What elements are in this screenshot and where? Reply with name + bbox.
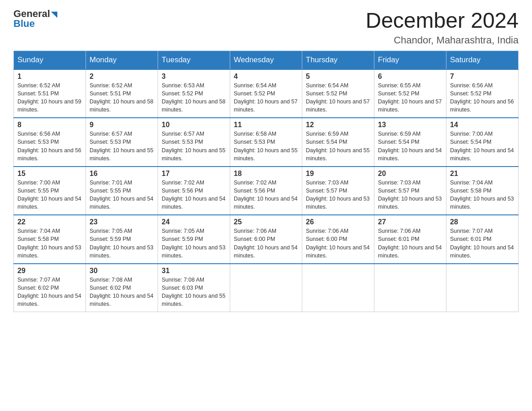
calendar-cell: 4Sunrise: 6:54 AMSunset: 5:52 PMDaylight… bbox=[230, 69, 302, 118]
page-header: General Blue December 2024 Chandor, Maha… bbox=[13, 9, 519, 46]
calendar-cell: 3Sunrise: 6:53 AMSunset: 5:52 PMDaylight… bbox=[158, 69, 230, 118]
header-day-tuesday: Tuesday bbox=[158, 51, 230, 69]
calendar-cell: 13Sunrise: 6:59 AMSunset: 5:54 PMDayligh… bbox=[374, 118, 446, 167]
calendar-cell bbox=[374, 264, 446, 312]
calendar-cell: 1Sunrise: 6:52 AMSunset: 5:51 PMDaylight… bbox=[14, 69, 86, 118]
calendar-cell bbox=[302, 264, 374, 312]
header-day-friday: Friday bbox=[374, 51, 446, 69]
calendar-cell: 31Sunrise: 7:08 AMSunset: 6:03 PMDayligh… bbox=[158, 264, 230, 312]
day-info: Sunrise: 7:05 AMSunset: 5:59 PMDaylight:… bbox=[90, 228, 153, 258]
calendar-cell: 20Sunrise: 7:03 AMSunset: 5:57 PMDayligh… bbox=[374, 167, 446, 215]
day-number: 3 bbox=[162, 73, 226, 81]
day-number: 29 bbox=[17, 267, 82, 275]
day-info: Sunrise: 6:52 AMSunset: 5:51 PMDaylight:… bbox=[90, 82, 153, 113]
logo: General Blue bbox=[13, 9, 57, 29]
day-number: 12 bbox=[306, 121, 370, 129]
day-number: 4 bbox=[234, 73, 298, 81]
day-number: 14 bbox=[450, 121, 515, 129]
day-number: 25 bbox=[234, 218, 298, 226]
calendar-cell: 9Sunrise: 6:57 AMSunset: 5:53 PMDaylight… bbox=[86, 118, 158, 167]
header-row: SundayMondayTuesdayWednesdayThursdayFrid… bbox=[14, 51, 519, 69]
calendar-cell: 8Sunrise: 6:56 AMSunset: 5:53 PMDaylight… bbox=[14, 118, 86, 167]
day-info: Sunrise: 7:07 AMSunset: 6:02 PMDaylight:… bbox=[17, 277, 81, 307]
day-number: 18 bbox=[234, 170, 298, 178]
day-info: Sunrise: 6:58 AMSunset: 5:53 PMDaylight:… bbox=[234, 131, 297, 161]
header-day-thursday: Thursday bbox=[302, 51, 374, 69]
day-number: 17 bbox=[162, 170, 226, 178]
day-number: 15 bbox=[17, 170, 82, 178]
day-info: Sunrise: 7:04 AMSunset: 5:58 PMDaylight:… bbox=[450, 180, 514, 210]
day-info: Sunrise: 7:06 AMSunset: 6:00 PMDaylight:… bbox=[306, 228, 369, 258]
day-info: Sunrise: 7:04 AMSunset: 5:58 PMDaylight:… bbox=[17, 228, 81, 258]
calendar-table: SundayMondayTuesdayWednesdayThursdayFrid… bbox=[13, 51, 519, 313]
day-number: 9 bbox=[90, 121, 154, 129]
calendar-cell: 2Sunrise: 6:52 AMSunset: 5:51 PMDaylight… bbox=[86, 69, 158, 118]
calendar-cell: 22Sunrise: 7:04 AMSunset: 5:58 PMDayligh… bbox=[14, 215, 86, 264]
calendar-cell: 7Sunrise: 6:56 AMSunset: 5:52 PMDaylight… bbox=[446, 69, 519, 118]
calendar-cell: 28Sunrise: 7:07 AMSunset: 6:01 PMDayligh… bbox=[446, 215, 519, 264]
calendar-cell: 17Sunrise: 7:02 AMSunset: 5:56 PMDayligh… bbox=[158, 167, 230, 215]
calendar-cell: 29Sunrise: 7:07 AMSunset: 6:02 PMDayligh… bbox=[14, 264, 86, 312]
calendar-cell: 11Sunrise: 6:58 AMSunset: 5:53 PMDayligh… bbox=[230, 118, 302, 167]
day-info: Sunrise: 7:00 AMSunset: 5:55 PMDaylight:… bbox=[17, 180, 81, 210]
calendar-cell: 25Sunrise: 7:06 AMSunset: 6:00 PMDayligh… bbox=[230, 215, 302, 264]
day-info: Sunrise: 7:03 AMSunset: 5:57 PMDaylight:… bbox=[378, 180, 442, 210]
title-block: December 2024 Chandor, Maharashtra, Indi… bbox=[365, 9, 519, 46]
day-number: 2 bbox=[90, 73, 154, 81]
day-number: 20 bbox=[378, 170, 442, 178]
calendar-cell: 26Sunrise: 7:06 AMSunset: 6:00 PMDayligh… bbox=[302, 215, 374, 264]
day-info: Sunrise: 7:00 AMSunset: 5:54 PMDaylight:… bbox=[450, 131, 514, 161]
header-day-sunday: Sunday bbox=[14, 51, 86, 69]
day-number: 21 bbox=[450, 170, 515, 178]
logo-arrow-icon bbox=[51, 12, 57, 18]
day-info: Sunrise: 7:05 AMSunset: 5:59 PMDaylight:… bbox=[162, 228, 225, 258]
day-number: 16 bbox=[90, 170, 154, 178]
day-number: 8 bbox=[17, 121, 82, 129]
day-info: Sunrise: 7:08 AMSunset: 6:03 PMDaylight:… bbox=[162, 277, 225, 307]
calendar-cell: 12Sunrise: 6:59 AMSunset: 5:54 PMDayligh… bbox=[302, 118, 374, 167]
calendar-cell: 15Sunrise: 7:00 AMSunset: 5:55 PMDayligh… bbox=[14, 167, 86, 215]
day-number: 28 bbox=[450, 218, 515, 226]
day-number: 24 bbox=[162, 218, 226, 226]
week-row-3: 15Sunrise: 7:00 AMSunset: 5:55 PMDayligh… bbox=[14, 167, 519, 215]
day-number: 31 bbox=[162, 267, 226, 275]
day-info: Sunrise: 6:52 AMSunset: 5:51 PMDaylight:… bbox=[17, 82, 81, 113]
day-info: Sunrise: 7:02 AMSunset: 5:56 PMDaylight:… bbox=[162, 180, 225, 210]
calendar-cell: 19Sunrise: 7:03 AMSunset: 5:57 PMDayligh… bbox=[302, 167, 374, 215]
day-info: Sunrise: 7:06 AMSunset: 6:00 PMDaylight:… bbox=[234, 228, 297, 258]
day-number: 23 bbox=[90, 218, 154, 226]
day-number: 22 bbox=[17, 218, 82, 226]
day-info: Sunrise: 6:59 AMSunset: 5:54 PMDaylight:… bbox=[306, 131, 369, 161]
calendar-title: December 2024 bbox=[365, 9, 519, 33]
day-info: Sunrise: 6:57 AMSunset: 5:53 PMDaylight:… bbox=[162, 131, 225, 161]
calendar-subtitle: Chandor, Maharashtra, India bbox=[365, 34, 519, 46]
day-info: Sunrise: 7:07 AMSunset: 6:01 PMDaylight:… bbox=[450, 228, 514, 258]
calendar-cell: 10Sunrise: 6:57 AMSunset: 5:53 PMDayligh… bbox=[158, 118, 230, 167]
day-number: 11 bbox=[234, 121, 298, 129]
day-number: 6 bbox=[378, 73, 442, 81]
calendar-cell: 14Sunrise: 7:00 AMSunset: 5:54 PMDayligh… bbox=[446, 118, 519, 167]
header-day-wednesday: Wednesday bbox=[230, 51, 302, 69]
day-info: Sunrise: 7:02 AMSunset: 5:56 PMDaylight:… bbox=[234, 180, 297, 210]
calendar-cell: 18Sunrise: 7:02 AMSunset: 5:56 PMDayligh… bbox=[230, 167, 302, 215]
calendar-cell: 21Sunrise: 7:04 AMSunset: 5:58 PMDayligh… bbox=[446, 167, 519, 215]
day-number: 26 bbox=[306, 218, 370, 226]
day-info: Sunrise: 6:57 AMSunset: 5:53 PMDaylight:… bbox=[90, 131, 153, 161]
calendar-cell: 5Sunrise: 6:54 AMSunset: 5:52 PMDaylight… bbox=[302, 69, 374, 118]
day-number: 13 bbox=[378, 121, 442, 129]
calendar-cell bbox=[230, 264, 302, 312]
calendar-cell: 30Sunrise: 7:08 AMSunset: 6:02 PMDayligh… bbox=[86, 264, 158, 312]
day-number: 19 bbox=[306, 170, 370, 178]
logo-blue-text: Blue bbox=[13, 19, 35, 29]
calendar-cell: 6Sunrise: 6:55 AMSunset: 5:52 PMDaylight… bbox=[374, 69, 446, 118]
day-info: Sunrise: 6:59 AMSunset: 5:54 PMDaylight:… bbox=[378, 131, 442, 161]
logo-general-text: General bbox=[13, 9, 50, 19]
header-day-monday: Monday bbox=[86, 51, 158, 69]
week-row-4: 22Sunrise: 7:04 AMSunset: 5:58 PMDayligh… bbox=[14, 215, 519, 264]
week-row-2: 8Sunrise: 6:56 AMSunset: 5:53 PMDaylight… bbox=[14, 118, 519, 167]
week-row-1: 1Sunrise: 6:52 AMSunset: 5:51 PMDaylight… bbox=[14, 69, 519, 118]
day-info: Sunrise: 6:56 AMSunset: 5:53 PMDaylight:… bbox=[17, 131, 81, 161]
day-number: 10 bbox=[162, 121, 226, 129]
calendar-cell: 27Sunrise: 7:06 AMSunset: 6:01 PMDayligh… bbox=[374, 215, 446, 264]
calendar-cell: 23Sunrise: 7:05 AMSunset: 5:59 PMDayligh… bbox=[86, 215, 158, 264]
